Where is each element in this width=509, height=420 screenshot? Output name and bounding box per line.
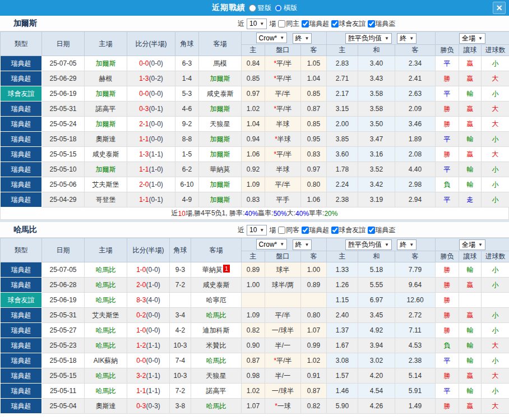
same-venue-input[interactable] xyxy=(278,20,285,27)
handicap-value: 平/半 xyxy=(276,357,291,364)
handicap-result-cell: 贏 xyxy=(459,101,482,117)
corners-cell: 4-9 xyxy=(175,192,199,207)
col-corner: 角球 xyxy=(175,32,199,56)
avg-home-cell: 2.24 xyxy=(327,177,358,192)
match-count-select[interactable]: 10▼ xyxy=(247,19,267,29)
odds-time-select[interactable]: 終▼ xyxy=(293,239,312,250)
same-venue-input[interactable] xyxy=(278,227,285,234)
chevron-down-icon: ▼ xyxy=(409,242,414,247)
avg-time-select[interactable]: 終▼ xyxy=(397,33,417,44)
scope-group: 全場▼ xyxy=(436,32,509,45)
handicap-result-cell: 贏 xyxy=(459,308,482,323)
handicap-value: 平/半 xyxy=(275,181,290,188)
chevron-down-icon: ▼ xyxy=(409,36,414,41)
league-checkbox-cup[interactable]: 瑞典盃 xyxy=(368,19,395,29)
away-team-cell: 華納莫 xyxy=(199,162,242,177)
league-checkbox-cup[interactable]: 瑞典盃 xyxy=(368,225,395,235)
same-venue-checkbox[interactable]: 同客 xyxy=(278,225,299,235)
goals-result-cell: 大 xyxy=(482,399,509,414)
away-odds-cell: 0.95 xyxy=(301,132,327,147)
league-checkbox-friendly[interactable]: 球會友誼 xyxy=(331,19,365,29)
avg-away-cell: 7.79 xyxy=(395,262,436,278)
match-count-select[interactable]: 10▼ xyxy=(247,225,267,236)
allsvenskan-input[interactable] xyxy=(302,227,309,234)
corners-cell: 7-4 xyxy=(170,353,191,368)
handicap-cell: *平/半 xyxy=(265,56,301,71)
away-team-cell: 米贊比 xyxy=(191,338,242,353)
match-row: 瑞典超 25-04-29 哥登堡 1-1(0-1) 4-9 加爾斯 0.83 平… xyxy=(1,192,509,207)
avg-time-select[interactable]: 終▼ xyxy=(397,239,417,250)
away-team-cell: 天狼星 xyxy=(199,117,242,132)
home-odds-cell: 1.02 xyxy=(242,101,265,117)
match-type-cell: 球會友誼 xyxy=(1,293,42,308)
away-team-cell: 加爾斯 xyxy=(199,192,242,207)
match-type-cell: 瑞典超 xyxy=(1,384,42,399)
match-date-cell: 25-04-29 xyxy=(42,192,85,207)
allsvenskan-input[interactable] xyxy=(302,20,309,27)
dialog-titlebar: 近期戰績 豎版 橫版 ✕ xyxy=(0,0,509,16)
home-team-cell: 奧斯達 xyxy=(85,132,127,147)
league-checkbox-friendly[interactable]: 球會友誼 xyxy=(331,225,365,235)
halftime-score: (1-0) xyxy=(149,181,163,188)
match-row: 瑞典超 25-07-05 加爾斯 0-0(0-0) 6-3 馬模 0.84 *平… xyxy=(1,56,509,71)
avg-odds-select[interactable]: 胜平负均值▼ xyxy=(345,33,392,44)
handicap-value: 平/半 xyxy=(275,311,290,319)
match-date-cell: 25-05-15 xyxy=(42,147,85,162)
league-checkbox-allsvenskan[interactable]: 瑞典超 xyxy=(302,19,329,29)
result-cell: 平 xyxy=(436,56,459,71)
avg-draw-cell: 3.58 xyxy=(358,86,395,101)
home-team-cell: 赫根 xyxy=(85,71,127,86)
goals-result-cell: 小 xyxy=(482,162,509,177)
home-odds-cell: 0.87 xyxy=(242,353,265,368)
friendly-input[interactable] xyxy=(331,227,339,234)
col-cover: 讓球 xyxy=(459,251,482,262)
fulltime-score: 0-0 xyxy=(136,357,146,364)
bookmaker-select[interactable]: Crow*▼ xyxy=(256,33,288,43)
home-team-cell: 奧斯達 xyxy=(85,399,127,414)
avg-away-cell: 2.41 xyxy=(395,71,436,86)
col-goals: 进球数 xyxy=(482,45,509,56)
team-name: 加爾斯 xyxy=(0,19,37,29)
friendly-input[interactable] xyxy=(331,20,339,27)
match-row: 瑞典超 25-05-15 哈馬比 3-2(1-1) 10-3 天狼星 0.98 … xyxy=(1,368,509,384)
vertical-radio-input[interactable] xyxy=(249,4,256,12)
same-venue-checkbox[interactable]: 同主 xyxy=(278,19,299,29)
close-button[interactable]: ✕ xyxy=(493,2,506,14)
avg-home-cell: 1.33 xyxy=(327,262,358,278)
cup-input[interactable] xyxy=(368,20,375,27)
scope-select[interactable]: 全場▼ xyxy=(459,33,485,44)
avg-draw-cell: 4.20 xyxy=(358,368,395,384)
chevron-down-icon: ▼ xyxy=(385,242,389,247)
avg-away-cell: 9.64 xyxy=(395,278,436,293)
league-checkbox-allsvenskan[interactable]: 瑞典超 xyxy=(302,225,329,235)
section-header: 加爾斯 近 10▼ 場 同主 瑞典超 球會友誼 瑞典盃 xyxy=(0,16,509,31)
cup-input[interactable] xyxy=(368,227,375,234)
col-date: 日期 xyxy=(42,238,85,262)
horizontal-radio-input[interactable] xyxy=(275,4,282,12)
handicap-value: 一/球半 xyxy=(272,326,294,334)
goals-result-cell: 小 xyxy=(482,192,509,207)
halftime-score: (0-0) xyxy=(146,311,160,319)
match-type-cell: 瑞典超 xyxy=(1,117,42,132)
score-cell: 0-0(0-0) xyxy=(127,353,170,368)
avg-odds-select[interactable]: 胜平负均值▼ xyxy=(345,239,392,250)
result-cell: 勝 xyxy=(436,323,459,338)
fulltime-score: 0-0 xyxy=(139,90,149,98)
scope-select[interactable]: 全場▼ xyxy=(459,239,485,250)
odds-time-select[interactable]: 終▼ xyxy=(293,33,312,44)
handicap-cell: 球半/两 xyxy=(265,278,301,293)
col-odds-away: 客 xyxy=(301,45,327,56)
away-team-cell: 哈馬比 xyxy=(191,353,242,368)
corners-cell: 5-3 xyxy=(175,86,199,101)
result-cell: 平 xyxy=(436,162,459,177)
layout-radio-vertical[interactable]: 豎版 xyxy=(249,3,271,13)
layout-radio-horizontal[interactable]: 橫版 xyxy=(275,3,297,13)
bookmaker-select[interactable]: Crow*▼ xyxy=(256,239,288,250)
score-cell: 0-3(0-1) xyxy=(127,101,175,117)
match-type-cell: 瑞典超 xyxy=(1,56,42,71)
fulltime-score: 8-3 xyxy=(136,296,146,304)
handicap-value: 平手 xyxy=(276,196,290,204)
corners-cell: 1-4 xyxy=(175,71,199,86)
col-avg-draw: 和 xyxy=(358,45,395,56)
away-odds-cell: 0.80 xyxy=(301,308,327,323)
